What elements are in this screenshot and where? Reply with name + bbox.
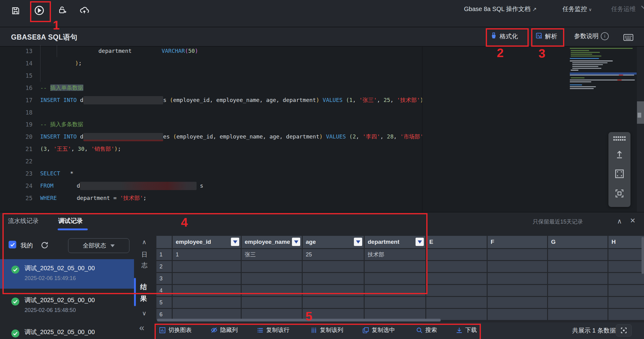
table-cell[interactable] bbox=[303, 261, 364, 272]
table-hscrollbar[interactable] bbox=[157, 319, 441, 321]
tab-log-vertical[interactable]: 日志 bbox=[141, 249, 148, 270]
task-monitor-menu[interactable]: 任务监控 ∨ bbox=[562, 5, 592, 13]
doc-link[interactable]: Gbase 8a SQL 操作文档 ↗ bbox=[464, 5, 537, 13]
refresh-icon[interactable] bbox=[40, 241, 49, 251]
table-cell[interactable] bbox=[242, 297, 302, 308]
table-cell[interactable] bbox=[608, 285, 644, 296]
toolbar-copy-column[interactable]: 复制该列 bbox=[310, 326, 343, 334]
table-cell[interactable] bbox=[608, 273, 644, 284]
table-cell[interactable] bbox=[426, 285, 487, 296]
column-filter-icon[interactable] bbox=[354, 238, 362, 246]
table-cell[interactable] bbox=[548, 273, 608, 284]
table-cell[interactable] bbox=[426, 273, 487, 284]
table-cell[interactable] bbox=[488, 285, 547, 296]
table-cell[interactable] bbox=[426, 261, 487, 272]
tab-debug-records[interactable]: 调试记录 bbox=[58, 217, 83, 225]
code-line[interactable]: department VARCHAR(50) bbox=[36, 45, 422, 57]
keyboard-icon[interactable] bbox=[623, 33, 634, 42]
table-cell[interactable] bbox=[548, 297, 608, 308]
lock-add-icon[interactable] bbox=[58, 6, 67, 15]
table-cell[interactable] bbox=[426, 309, 487, 320]
table-row[interactable]: 2 bbox=[156, 261, 644, 272]
table-cell[interactable] bbox=[608, 297, 644, 308]
table-cell[interactable]: 25 bbox=[303, 249, 364, 260]
table-row[interactable]: 4 bbox=[156, 285, 644, 296]
format-button[interactable]: 格式化 bbox=[490, 32, 518, 41]
close-panel-icon[interactable]: ✕ bbox=[630, 217, 635, 225]
code-line[interactable]: FROM d s bbox=[36, 180, 422, 192]
toolbar-copy-selection[interactable]: 复制选中 bbox=[362, 326, 395, 334]
column-header[interactable]: age bbox=[303, 236, 364, 248]
table-cell[interactable] bbox=[548, 261, 608, 272]
column-header[interactable]: department bbox=[365, 236, 425, 248]
debug-record-item[interactable]: 调试_2025_02_05_00_002025-02-06 15:49:16 bbox=[0, 259, 134, 289]
table-cell[interactable] bbox=[548, 309, 608, 320]
run-icon[interactable] bbox=[34, 5, 45, 16]
table-cell[interactable] bbox=[608, 261, 644, 272]
column-header[interactable]: F bbox=[488, 236, 547, 248]
debug-record-item[interactable]: 调试_2025_02_05_00_002025-02-06 15:48:50 bbox=[0, 291, 134, 321]
table-cell[interactable] bbox=[488, 309, 547, 320]
column-filter-icon[interactable] bbox=[416, 238, 424, 246]
toolbar-chart-toggle[interactable]: 切换图表 bbox=[159, 326, 192, 334]
table-cell[interactable] bbox=[173, 309, 241, 320]
code-line[interactable]: (3, '王五', 30, '销售部'); bbox=[36, 143, 422, 155]
code-line[interactable]: ); bbox=[36, 57, 422, 69]
table-cell[interactable] bbox=[365, 309, 425, 320]
table-cell[interactable]: 技术部 bbox=[365, 249, 425, 260]
table-row[interactable]: 5 bbox=[156, 297, 644, 308]
table-cell[interactable]: 1 bbox=[173, 249, 241, 260]
column-header[interactable]: employee_id bbox=[173, 236, 241, 248]
editor-scrollbar-thumb[interactable] bbox=[638, 113, 641, 118]
table-cell[interactable]: 张三 bbox=[242, 249, 302, 260]
upload-icon[interactable] bbox=[615, 149, 624, 159]
table-cell[interactable] bbox=[303, 285, 364, 296]
table-cell[interactable] bbox=[365, 273, 425, 284]
code-line[interactable]: INSERT INTO des (employee_id, employee_n… bbox=[36, 131, 422, 143]
drag-handle-icon[interactable] bbox=[613, 136, 626, 141]
table-cell[interactable] bbox=[426, 297, 487, 308]
table-cell[interactable] bbox=[242, 273, 302, 284]
table-cell[interactable] bbox=[242, 309, 302, 320]
table-cell[interactable] bbox=[173, 261, 241, 272]
toolbar-search[interactable]: 搜索 bbox=[416, 326, 437, 334]
task-ops-menu[interactable]: 任务运维 bbox=[611, 5, 636, 13]
table-cell[interactable] bbox=[426, 249, 487, 260]
expand-table-button[interactable] bbox=[616, 324, 632, 337]
table-cell[interactable] bbox=[365, 285, 425, 296]
scroll-down-icon[interactable]: ∨ bbox=[142, 310, 147, 317]
mine-checkbox[interactable] bbox=[9, 241, 16, 248]
table-vscrollbar[interactable] bbox=[642, 237, 644, 274]
code-line[interactable]: -- 插入单条数据 bbox=[36, 82, 422, 94]
tab-pipeline-records[interactable]: 流水线记录 bbox=[8, 217, 39, 225]
cloud-upload-icon[interactable] bbox=[79, 6, 90, 15]
debug-record-item[interactable]: 调试_2025_02_05_00_002025-02-06 15:48:45 bbox=[0, 323, 134, 339]
code-line[interactable]: WHERE department = '技术部'; bbox=[36, 192, 422, 204]
column-filter-icon[interactable] bbox=[231, 238, 239, 246]
table-cell[interactable] bbox=[242, 261, 302, 272]
column-filter-icon[interactable] bbox=[292, 238, 300, 246]
code-line[interactable]: SELECT * bbox=[36, 167, 422, 180]
table-cell[interactable] bbox=[365, 297, 425, 308]
table-row[interactable]: 6 bbox=[156, 309, 644, 320]
tab-result-vertical[interactable]: 结果 bbox=[140, 281, 147, 305]
column-header[interactable]: employee_name bbox=[242, 236, 302, 248]
table-cell[interactable] bbox=[242, 285, 302, 296]
table-cell[interactable] bbox=[488, 273, 547, 284]
column-header[interactable]: E bbox=[426, 236, 487, 248]
code-line[interactable] bbox=[36, 106, 422, 119]
column-header[interactable]: H bbox=[608, 236, 644, 248]
table-cell[interactable] bbox=[365, 261, 425, 272]
table-cell[interactable] bbox=[173, 285, 241, 296]
table-cell[interactable] bbox=[303, 273, 364, 284]
table-cell[interactable] bbox=[173, 273, 241, 284]
params-help[interactable]: 参数说明 i bbox=[574, 32, 609, 40]
table-cell[interactable] bbox=[548, 249, 608, 260]
code-line[interactable] bbox=[36, 69, 422, 82]
table-cell[interactable] bbox=[173, 297, 241, 308]
code-line[interactable]: -- 插入多条数据 bbox=[36, 118, 422, 131]
table-cell[interactable] bbox=[548, 285, 608, 296]
collapse-sidebar-icon[interactable]: « bbox=[139, 322, 144, 333]
toolbar-copy-row[interactable]: 复制该行 bbox=[257, 326, 289, 334]
toolbar-download[interactable]: 下载 bbox=[456, 326, 477, 334]
